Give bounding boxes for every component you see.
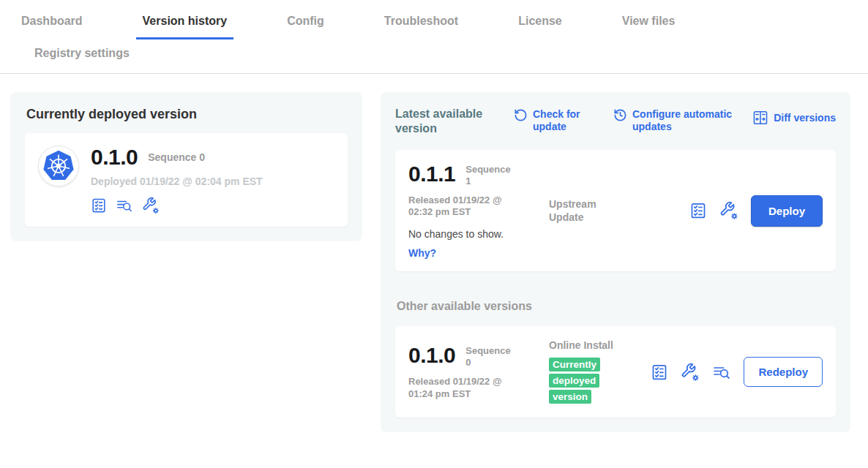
tab-troubleshoot[interactable]: Troubleshoot	[378, 10, 465, 39]
diff-versions-label: Diff versions	[774, 112, 836, 124]
tab-registry-settings[interactable]: Registry settings	[28, 44, 136, 63]
other-released-timestamp: Released 01/19/22 @ 01:24 pm EST	[408, 376, 512, 401]
currently-deployed-badge-wrap: Currently deployed version	[549, 357, 603, 405]
view-logs-icon[interactable]	[116, 197, 133, 214]
latest-available-title: Latest available version	[395, 107, 496, 136]
config-wrench-gear-icon[interactable]	[719, 201, 738, 220]
diff-icon	[752, 110, 768, 126]
preflight-checklist-icon[interactable]	[689, 202, 707, 219]
latest-version-source: Upstream Update	[549, 197, 622, 224]
available-versions-panel: Latest available version Check for updat…	[381, 92, 850, 432]
check-for-update-label: Check for update	[533, 108, 593, 132]
tab-license[interactable]: License	[512, 10, 569, 39]
other-sequence-label: Sequence 0	[465, 345, 512, 369]
check-for-update-link[interactable]: Check for update	[514, 108, 593, 132]
tab-config[interactable]: Config	[280, 10, 331, 39]
latest-version-actions: Deploy	[689, 195, 823, 227]
preflight-checklist-icon[interactable]	[91, 197, 107, 214]
why-link[interactable]: Why?	[408, 247, 549, 259]
latest-sequence-label: Sequence 1	[465, 164, 512, 188]
tab-view-files[interactable]: View files	[616, 10, 682, 39]
deployed-version-number: 0.1.0	[91, 146, 138, 169]
deployed-panel-title: Currently deployed version	[26, 107, 348, 122]
refresh-icon	[514, 108, 528, 122]
no-changes-note: No changes to show.	[408, 228, 549, 240]
other-versions-heading: Other available versions	[397, 300, 836, 313]
config-wrench-gear-icon[interactable]	[681, 363, 700, 382]
other-version-source: Online Install Currently deployed versio…	[549, 339, 622, 405]
deployed-action-icons	[91, 197, 263, 214]
deployed-version-card: 0.1.0 Sequence 0 Deployed 01/19/22 @ 02:…	[25, 133, 348, 227]
latest-released-timestamp: Released 01/19/22 @ 02:32 pm EST	[408, 195, 512, 219]
preflight-checklist-icon[interactable]	[651, 363, 668, 381]
deployed-version-row: 0.1.0 Sequence 0	[91, 146, 263, 169]
deployed-sequence-label: Sequence 0	[148, 151, 205, 165]
config-wrench-gear-icon[interactable]	[142, 197, 160, 214]
deploy-button[interactable]: Deploy	[751, 195, 823, 227]
top-navigation: Dashboard Version history Config Trouble…	[0, 0, 868, 74]
other-version-card: 0.1.0 Sequence 0 Released 01/19/22 @ 01:…	[395, 326, 836, 418]
latest-version-row: 0.1.1 Sequence 1	[408, 162, 549, 188]
redeploy-button[interactable]: Redeploy	[744, 357, 823, 387]
tab-version-history[interactable]: Version history	[136, 10, 234, 39]
currently-deployed-badge: Currently deployed version	[549, 358, 600, 404]
diff-versions-link[interactable]: Diff versions	[752, 110, 836, 126]
other-version-info: 0.1.0 Sequence 0 Released 01/19/22 @ 01:…	[408, 344, 549, 400]
available-panel-header: Latest available version Check for updat…	[395, 107, 836, 136]
deployed-version-details: 0.1.0 Sequence 0 Deployed 01/19/22 @ 02:…	[91, 146, 263, 214]
other-source-label: Online Install	[549, 339, 622, 352]
primary-tab-row: Dashboard Version history Config Trouble…	[0, 10, 868, 39]
view-logs-icon[interactable]	[712, 363, 731, 381]
other-version-actions: Redeploy	[651, 357, 823, 387]
main-content: Currently deployed version	[0, 74, 868, 432]
other-version-row: 0.1.0 Sequence 0	[408, 344, 549, 369]
latest-version-info: 0.1.1 Sequence 1 Released 01/19/22 @ 02:…	[408, 162, 549, 259]
secondary-tab-row: Registry settings	[0, 39, 868, 73]
configure-automatic-updates-link[interactable]: Configure automatic updates	[613, 108, 744, 132]
currently-deployed-panel: Currently deployed version	[10, 92, 362, 241]
other-version-number: 0.1.0	[408, 344, 455, 367]
deployed-timestamp: Deployed 01/19/22 @ 02:04 pm EST	[91, 176, 263, 187]
schedule-refresh-icon	[613, 108, 627, 122]
tab-dashboard[interactable]: Dashboard	[15, 10, 89, 39]
latest-version-number: 0.1.1	[408, 162, 455, 186]
configure-automatic-updates-label: Configure automatic updates	[632, 108, 744, 132]
latest-version-card: 0.1.1 Sequence 1 Released 01/19/22 @ 02:…	[395, 150, 836, 271]
kubernetes-logo-icon	[38, 146, 79, 186]
